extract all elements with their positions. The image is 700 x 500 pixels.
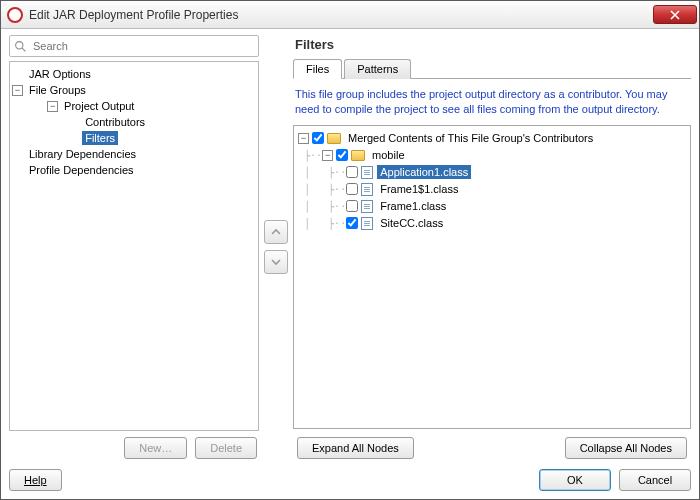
- close-icon: [670, 10, 680, 20]
- tab-bar: Files Patterns: [293, 58, 691, 79]
- file-tree-row[interactable]: −Merged Contents of This File Group's Co…: [298, 130, 686, 147]
- tab-body: This file group includes the project out…: [293, 79, 691, 459]
- help-button[interactable]: Help: [9, 469, 62, 491]
- cancel-button[interactable]: Cancel: [619, 469, 691, 491]
- nav-item[interactable]: Library Dependencies: [12, 146, 256, 162]
- include-checkbox[interactable]: [346, 200, 358, 212]
- file-tree-row[interactable]: │ ├··SiteCC.class: [298, 215, 686, 232]
- folder-icon: [351, 150, 365, 161]
- titlebar: Edit JAR Deployment Profile Properties: [1, 1, 699, 29]
- file-icon: [361, 183, 373, 196]
- close-button[interactable]: [653, 5, 697, 24]
- folder-icon: [327, 133, 341, 144]
- tab-patterns[interactable]: Patterns: [344, 59, 411, 79]
- hint-text: This file group includes the project out…: [293, 87, 691, 125]
- delete-button[interactable]: Delete: [195, 437, 257, 459]
- nav-item-label: Filters: [82, 131, 118, 145]
- search-input[interactable]: [31, 39, 254, 53]
- file-label: SiteCC.class: [377, 216, 446, 230]
- dialog-window: Edit JAR Deployment Profile Properties J…: [0, 0, 700, 500]
- nav-item-label: File Groups: [26, 83, 89, 97]
- search-box[interactable]: [9, 35, 259, 57]
- include-checkbox[interactable]: [346, 183, 358, 195]
- nav-item[interactable]: Filters: [12, 130, 256, 146]
- nav-item[interactable]: −File Groups: [12, 82, 256, 98]
- svg-line-1: [22, 48, 25, 51]
- file-label: Merged Contents of This File Group's Con…: [345, 131, 596, 145]
- file-label: Application1.class: [377, 165, 471, 179]
- nav-item-label: JAR Options: [26, 67, 94, 81]
- nav-tree-buttons: New… Delete: [9, 435, 259, 459]
- file-icon: [361, 200, 373, 213]
- tree-guide: [12, 133, 68, 144]
- right-column: Filters Files Patterns This file group i…: [293, 35, 691, 459]
- new-button[interactable]: New…: [124, 437, 187, 459]
- nav-item[interactable]: Profile Dependencies: [12, 162, 256, 178]
- nav-item-label: Project Output: [61, 99, 137, 113]
- search-icon: [14, 40, 27, 53]
- chevron-up-icon: [270, 226, 282, 238]
- file-icon: [361, 166, 373, 179]
- nav-item-label: Contributors: [82, 115, 148, 129]
- tree-guide: [12, 117, 68, 128]
- collapse-all-button[interactable]: Collapse All Nodes: [565, 437, 687, 459]
- include-checkbox[interactable]: [346, 217, 358, 229]
- expand-collapse-row: Expand All Nodes Collapse All Nodes: [293, 429, 691, 459]
- include-checkbox[interactable]: [336, 149, 348, 161]
- include-checkbox[interactable]: [346, 166, 358, 178]
- tree-guide: │ ├··: [298, 167, 346, 178]
- file-tree-row[interactable]: ├··−mobile: [298, 147, 686, 164]
- file-tree-row[interactable]: │ ├··Frame1.class: [298, 198, 686, 215]
- file-label: mobile: [369, 148, 407, 162]
- move-down-button[interactable]: [264, 250, 288, 274]
- nav-item-label: Library Dependencies: [26, 147, 139, 161]
- chevron-down-icon: [270, 256, 282, 268]
- section-title: Filters: [293, 35, 691, 58]
- nav-item[interactable]: −Project Output: [12, 98, 256, 114]
- collapse-icon[interactable]: −: [298, 133, 309, 144]
- tree-guide: │ ├··: [298, 184, 346, 195]
- collapse-icon[interactable]: −: [47, 101, 58, 112]
- reorder-column: [263, 35, 289, 459]
- dialog-body: JAR Options−File Groups −Project Output …: [1, 29, 699, 499]
- app-icon: [7, 7, 23, 23]
- file-tree-row[interactable]: │ ├··Application1.class: [298, 164, 686, 181]
- tab-files[interactable]: Files: [293, 59, 342, 79]
- collapse-icon[interactable]: −: [322, 150, 333, 161]
- dialog-footer: Help OK Cancel: [9, 465, 691, 491]
- left-column: JAR Options−File Groups −Project Output …: [9, 35, 259, 459]
- tree-guide: ├··: [298, 150, 322, 161]
- file-tree[interactable]: −Merged Contents of This File Group's Co…: [293, 125, 691, 429]
- ok-button[interactable]: OK: [539, 469, 611, 491]
- move-up-button[interactable]: [264, 220, 288, 244]
- window-title: Edit JAR Deployment Profile Properties: [29, 8, 653, 22]
- file-icon: [361, 217, 373, 230]
- nav-tree[interactable]: JAR Options−File Groups −Project Output …: [9, 61, 259, 431]
- collapse-icon[interactable]: −: [12, 85, 23, 96]
- expand-all-button[interactable]: Expand All Nodes: [297, 437, 414, 459]
- tree-guide: │ ├··: [298, 218, 346, 229]
- file-label: Frame1.class: [377, 199, 449, 213]
- nav-item-label: Profile Dependencies: [26, 163, 137, 177]
- nav-item[interactable]: JAR Options: [12, 66, 256, 82]
- tree-guide: │ ├··: [298, 201, 346, 212]
- svg-point-0: [16, 41, 23, 48]
- file-label: Frame1$1.class: [377, 182, 461, 196]
- main-split: JAR Options−File Groups −Project Output …: [9, 35, 691, 459]
- nav-item[interactable]: Contributors: [12, 114, 256, 130]
- file-tree-row[interactable]: │ ├··Frame1$1.class: [298, 181, 686, 198]
- tree-guide: [12, 101, 47, 112]
- include-checkbox[interactable]: [312, 132, 324, 144]
